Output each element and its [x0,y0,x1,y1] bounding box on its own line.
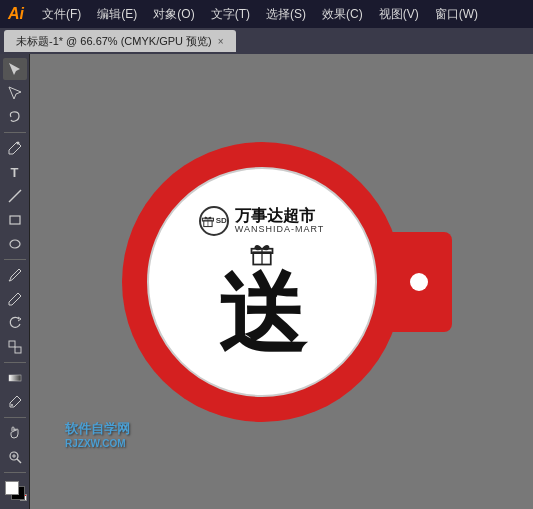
app-logo: Ai [8,5,24,23]
menu-file[interactable]: 文件(F) [36,4,87,25]
menu-view[interactable]: 视图(V) [373,4,425,25]
menu-object[interactable]: 对象(O) [147,4,200,25]
hand-tool[interactable] [3,422,27,444]
inner-circle: SD 万事达超市 WANSHIDA-MART [147,167,377,397]
menu-bar: 文件(F) 编辑(E) 对象(O) 文字(T) 选择(S) 效果(C) 视图(V… [36,4,484,25]
svg-rect-6 [9,375,21,381]
ellipse-tool[interactable] [3,233,27,255]
svg-line-9 [17,459,21,463]
separator-5 [4,472,26,473]
direct-select-tool[interactable] [3,82,27,104]
svg-point-0 [16,142,19,145]
zoom-tool[interactable] [3,446,27,468]
svg-rect-4 [9,341,15,347]
line-tool[interactable] [3,185,27,207]
watermark-line2: RJZXW.COM [65,438,130,449]
tab-close-button[interactable]: × [218,36,224,47]
logo-badge: SD [199,206,229,236]
gradient-tool[interactable] [3,367,27,389]
main-character: 送 [218,270,306,358]
logo-badge-text: SD [216,216,227,225]
outer-ring: SD 万事达超市 WANSHIDA-MART [122,142,402,422]
main-area: T [0,54,533,509]
pencil-tool[interactable] [3,288,27,310]
menu-effect[interactable]: 效果(C) [316,4,369,25]
menu-select[interactable]: 选择(S) [260,4,312,25]
watermark-line1: 软件自学网 [65,420,130,438]
scale-tool[interactable] [3,336,27,358]
separator-3 [4,362,26,363]
watermark: 软件自学网 RJZXW.COM [65,420,130,449]
pen-tool[interactable] [3,137,27,159]
separator-4 [4,417,26,418]
title-bar: Ai 文件(F) 编辑(E) 对象(O) 文字(T) 选择(S) 效果(C) 视… [0,0,533,28]
brand-text: 万事达超市 WANSHIDA-MART [235,207,325,235]
fill-stroke-swatches[interactable] [3,479,27,501]
logo-area: SD 万事达超市 WANSHIDA-MART [199,206,325,236]
rect-tool[interactable] [3,209,27,231]
separator-2 [4,259,26,260]
right-tab-hole [410,273,428,291]
select-tool[interactable] [3,58,27,80]
canvas-area: 软件自学网 RJZXW.COM [30,54,533,509]
svg-rect-5 [15,347,21,353]
eyedropper-tool[interactable] [3,391,27,413]
brush-tool[interactable] [3,264,27,286]
svg-point-7 [11,404,13,406]
brand-english: WANSHIDA-MART [235,224,325,234]
logo-icon [201,214,215,228]
right-tab [387,232,452,332]
tab-bar: 未标题-1* @ 66.67% (CMYK/GPU 预览) × [0,28,533,54]
svg-point-3 [10,240,20,248]
brand-chinese: 万事达超市 [235,207,325,225]
separator-1 [4,132,26,133]
type-tool[interactable]: T [3,161,27,183]
svg-rect-2 [10,216,20,224]
rotate-tool[interactable] [3,312,27,334]
toolbar: T [0,54,30,509]
menu-text[interactable]: 文字(T) [205,4,256,25]
svg-line-1 [9,190,21,202]
lasso-tool[interactable] [3,106,27,128]
document-tab[interactable]: 未标题-1* @ 66.67% (CMYK/GPU 预览) × [4,30,236,52]
design-container: SD 万事达超市 WANSHIDA-MART [112,122,452,442]
tab-label: 未标题-1* @ 66.67% (CMYK/GPU 预览) [16,34,212,49]
menu-window[interactable]: 窗口(W) [429,4,484,25]
menu-edit[interactable]: 编辑(E) [91,4,143,25]
